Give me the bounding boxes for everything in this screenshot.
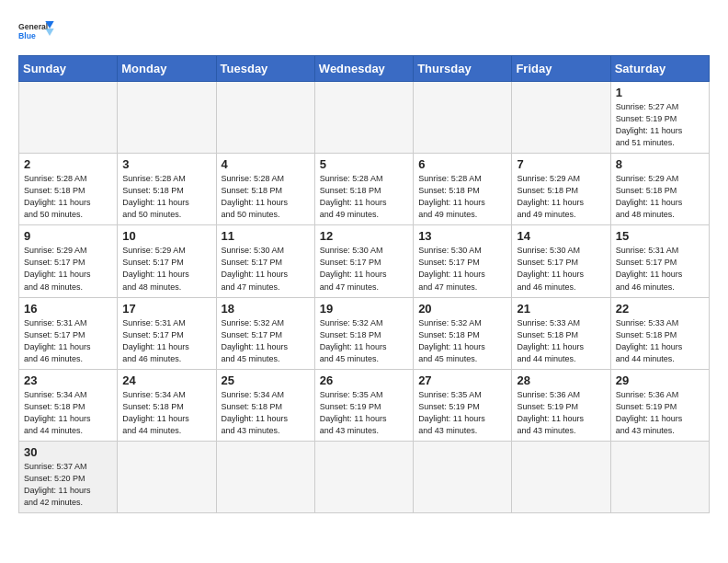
cell-info-text: Sunrise: 5:36 AM Sunset: 5:19 PM Dayligh… [517,389,605,437]
calendar-cell [118,82,216,154]
calendar-cell: 26Sunrise: 5:35 AM Sunset: 5:19 PM Dayli… [314,369,413,441]
cell-date-number: 18 [222,302,310,316]
cell-date-number: 10 [122,229,210,243]
cell-info-text: Sunrise: 5:35 AM Sunset: 5:19 PM Dayligh… [418,389,506,437]
page: General Blue SundayMondayTuesdayWednesda… [0,0,728,528]
cell-date-number: 22 [616,302,704,316]
cell-date-number: 27 [418,373,506,387]
calendar-cell [610,441,709,512]
cell-info-text: Sunrise: 5:28 AM Sunset: 5:18 PM Dayligh… [122,173,210,221]
cell-date-number: 7 [517,157,605,171]
calendar-cell: 2Sunrise: 5:28 AM Sunset: 5:18 PM Daylig… [19,154,118,225]
calendar-cell: 15Sunrise: 5:31 AM Sunset: 5:17 PM Dayli… [610,225,709,297]
weekday-header-saturday: Saturday [610,56,709,82]
calendar-cell [314,82,413,154]
cell-date-number: 2 [24,157,112,171]
svg-text:General: General [18,22,48,31]
calendar-week-row: 1Sunrise: 5:27 AM Sunset: 5:19 PM Daylig… [19,82,710,154]
cell-date-number: 4 [222,157,310,171]
cell-date-number: 12 [320,229,408,243]
calendar-cell: 13Sunrise: 5:30 AM Sunset: 5:17 PM Dayli… [414,225,512,297]
cell-info-text: Sunrise: 5:30 AM Sunset: 5:17 PM Dayligh… [222,245,310,293]
cell-date-number: 5 [320,157,408,171]
cell-date-number: 23 [24,373,112,387]
calendar-week-row: 16Sunrise: 5:31 AM Sunset: 5:17 PM Dayli… [19,297,710,369]
cell-info-text: Sunrise: 5:31 AM Sunset: 5:17 PM Dayligh… [24,317,112,365]
calendar-cell: 14Sunrise: 5:30 AM Sunset: 5:17 PM Dayli… [512,225,610,297]
calendar-cell: 21Sunrise: 5:33 AM Sunset: 5:18 PM Dayli… [512,297,610,369]
cell-info-text: Sunrise: 5:32 AM Sunset: 5:17 PM Dayligh… [222,317,310,365]
cell-date-number: 25 [222,373,310,387]
calendar-cell [216,441,314,512]
calendar-cell: 4Sunrise: 5:28 AM Sunset: 5:18 PM Daylig… [216,154,314,225]
cell-info-text: Sunrise: 5:28 AM Sunset: 5:18 PM Dayligh… [418,173,506,221]
calendar-cell: 18Sunrise: 5:32 AM Sunset: 5:17 PM Dayli… [216,297,314,369]
calendar-cell: 27Sunrise: 5:35 AM Sunset: 5:19 PM Dayli… [414,369,512,441]
cell-info-text: Sunrise: 5:27 AM Sunset: 5:19 PM Dayligh… [616,101,704,149]
weekday-header-sunday: Sunday [19,56,118,82]
cell-info-text: Sunrise: 5:34 AM Sunset: 5:18 PM Dayligh… [122,389,210,437]
calendar-cell [216,82,314,154]
logo-area: General Blue [18,15,55,48]
calendar-cell: 25Sunrise: 5:34 AM Sunset: 5:18 PM Dayli… [216,369,314,441]
logo-icon: General Blue [18,18,55,46]
calendar-cell: 3Sunrise: 5:28 AM Sunset: 5:18 PM Daylig… [118,154,216,225]
cell-date-number: 17 [122,302,210,316]
cell-info-text: Sunrise: 5:31 AM Sunset: 5:17 PM Dayligh… [616,245,704,293]
cell-date-number: 15 [616,229,704,243]
cell-info-text: Sunrise: 5:28 AM Sunset: 5:18 PM Dayligh… [24,173,112,221]
cell-info-text: Sunrise: 5:29 AM Sunset: 5:18 PM Dayligh… [517,173,605,221]
weekday-header-row: SundayMondayTuesdayWednesdayThursdayFrid… [19,56,710,82]
calendar-cell: 9Sunrise: 5:29 AM Sunset: 5:17 PM Daylig… [19,225,118,297]
svg-text:Blue: Blue [18,31,36,40]
cell-info-text: Sunrise: 5:30 AM Sunset: 5:17 PM Dayligh… [320,245,408,293]
calendar-week-row: 2Sunrise: 5:28 AM Sunset: 5:18 PM Daylig… [19,154,710,225]
calendar-cell [118,441,216,512]
calendar-cell: 16Sunrise: 5:31 AM Sunset: 5:17 PM Dayli… [19,297,118,369]
cell-info-text: Sunrise: 5:29 AM Sunset: 5:17 PM Dayligh… [122,245,210,293]
calendar-cell: 22Sunrise: 5:33 AM Sunset: 5:18 PM Dayli… [610,297,709,369]
calendar-cell: 24Sunrise: 5:34 AM Sunset: 5:18 PM Dayli… [118,369,216,441]
calendar-week-row: 23Sunrise: 5:34 AM Sunset: 5:18 PM Dayli… [19,369,710,441]
cell-date-number: 29 [616,373,704,387]
weekday-header-friday: Friday [512,56,610,82]
cell-info-text: Sunrise: 5:33 AM Sunset: 5:18 PM Dayligh… [616,317,704,365]
calendar-cell: 10Sunrise: 5:29 AM Sunset: 5:17 PM Dayli… [118,225,216,297]
cell-info-text: Sunrise: 5:29 AM Sunset: 5:18 PM Dayligh… [616,173,704,221]
cell-date-number: 13 [418,229,506,243]
cell-info-text: Sunrise: 5:35 AM Sunset: 5:19 PM Dayligh… [320,389,408,437]
cell-info-text: Sunrise: 5:34 AM Sunset: 5:18 PM Dayligh… [222,389,310,437]
cell-date-number: 21 [517,302,605,316]
calendar-cell [414,82,512,154]
calendar-cell: 8Sunrise: 5:29 AM Sunset: 5:18 PM Daylig… [610,154,709,225]
calendar-cell: 23Sunrise: 5:34 AM Sunset: 5:18 PM Dayli… [19,369,118,441]
cell-info-text: Sunrise: 5:37 AM Sunset: 5:20 PM Dayligh… [24,461,112,509]
calendar-cell: 6Sunrise: 5:28 AM Sunset: 5:18 PM Daylig… [414,154,512,225]
header: General Blue [18,15,710,48]
cell-info-text: Sunrise: 5:34 AM Sunset: 5:18 PM Dayligh… [24,389,112,437]
calendar-week-row: 30Sunrise: 5:37 AM Sunset: 5:20 PM Dayli… [19,441,710,512]
cell-info-text: Sunrise: 5:29 AM Sunset: 5:17 PM Dayligh… [24,245,112,293]
calendar-cell [19,82,118,154]
cell-date-number: 26 [320,373,408,387]
cell-date-number: 14 [517,229,605,243]
cell-info-text: Sunrise: 5:32 AM Sunset: 5:18 PM Dayligh… [320,317,408,365]
cell-date-number: 6 [418,157,506,171]
cell-info-text: Sunrise: 5:28 AM Sunset: 5:18 PM Dayligh… [222,173,310,221]
weekday-header-thursday: Thursday [414,56,512,82]
weekday-header-wednesday: Wednesday [314,56,413,82]
cell-date-number: 8 [616,157,704,171]
calendar-cell [314,441,413,512]
cell-info-text: Sunrise: 5:32 AM Sunset: 5:18 PM Dayligh… [418,317,506,365]
cell-info-text: Sunrise: 5:31 AM Sunset: 5:17 PM Dayligh… [122,317,210,365]
calendar-cell: 19Sunrise: 5:32 AM Sunset: 5:18 PM Dayli… [314,297,413,369]
cell-info-text: Sunrise: 5:28 AM Sunset: 5:18 PM Dayligh… [320,173,408,221]
calendar-cell: 5Sunrise: 5:28 AM Sunset: 5:18 PM Daylig… [314,154,413,225]
calendar-week-row: 9Sunrise: 5:29 AM Sunset: 5:17 PM Daylig… [19,225,710,297]
cell-date-number: 16 [24,302,112,316]
calendar-cell: 29Sunrise: 5:36 AM Sunset: 5:19 PM Dayli… [610,369,709,441]
calendar-table: SundayMondayTuesdayWednesdayThursdayFrid… [18,55,710,513]
cell-date-number: 30 [24,445,112,459]
cell-date-number: 28 [517,373,605,387]
calendar-cell [414,441,512,512]
